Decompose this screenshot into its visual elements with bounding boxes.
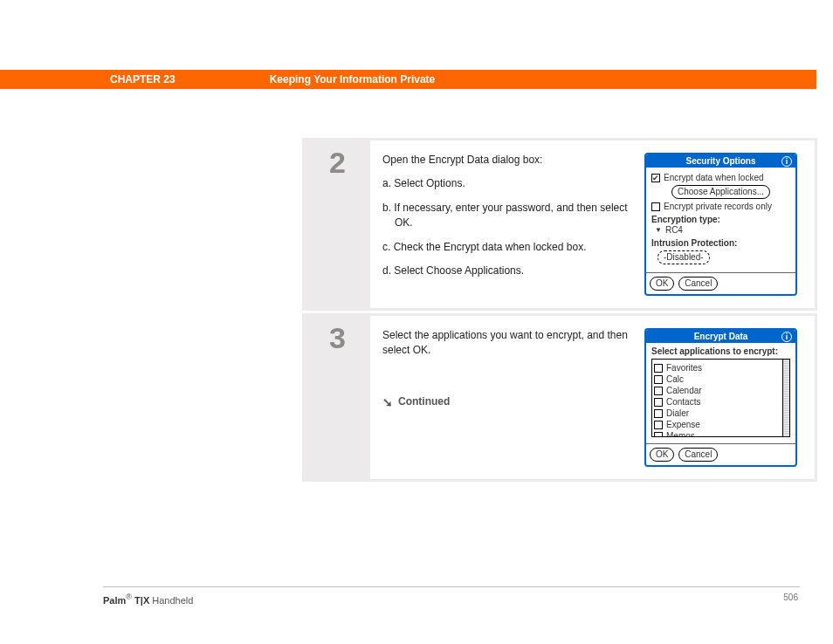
step-text: Select the applications you want to encr…: [382, 328, 632, 467]
chapter-title: Keeping Your Information Private: [270, 73, 436, 86]
step-body: Select the applications you want to encr…: [370, 316, 815, 479]
checkbox-label: Encrypt data when locked: [664, 173, 764, 182]
scrollbar[interactable]: [782, 360, 789, 436]
step-body: Open the Encrypt Data dialog box: a. Sel…: [370, 140, 815, 308]
dialog-titlebar: Encrypt Data i: [646, 330, 795, 343]
dialog-titlebar: Security Options i: [646, 154, 795, 168]
intrusion-protection-label: Intrusion Protection:: [651, 238, 790, 248]
palm-dialog-security-options: Security Options i ✔ Encrypt data when l…: [644, 153, 797, 296]
app-checkbox[interactable]: [654, 387, 663, 395]
app-checkbox[interactable]: [654, 398, 663, 407]
substep: b. If necessary, enter your password, an…: [382, 201, 632, 231]
app-checkbox[interactable]: [654, 375, 663, 384]
encrypt-data-dialog-image: Encrypt Data i Select applications to en…: [644, 328, 797, 467]
encryption-type-dropdown[interactable]: ▼ RC4: [655, 225, 683, 235]
choose-applications-button[interactable]: Choose Applications...: [671, 185, 770, 199]
footer-rule: [103, 586, 800, 587]
app-name: Favorites: [666, 363, 702, 373]
encryption-type-label: Encryption type:: [651, 215, 790, 224]
app-checkbox[interactable]: [654, 364, 663, 373]
app-name: Contacts: [666, 397, 700, 407]
intrusion-value[interactable]: -Disabled-: [657, 250, 710, 264]
app-name: Memos: [666, 431, 695, 437]
steps-container: 2 Open the Encrypt Data dialog box: a. S…: [302, 138, 817, 484]
app-name: Calendar: [666, 386, 702, 395]
ok-button[interactable]: OK: [650, 448, 674, 462]
info-icon[interactable]: i: [781, 156, 792, 167]
continued-arrow-icon: ➘: [382, 394, 393, 411]
continued-label: Continued: [398, 394, 450, 409]
chapter-label: CHAPTER 23: [110, 73, 176, 86]
step-2: 2 Open the Encrypt Data dialog box: a. S…: [302, 138, 817, 311]
checkbox-label: Encrypt private records only: [664, 202, 772, 211]
ok-button[interactable]: OK: [650, 277, 674, 291]
substep: d. Select Choose Applications.: [382, 264, 632, 278]
substep: c. Check the Encrypt data when locked bo…: [382, 240, 632, 255]
app-checkbox[interactable]: [654, 432, 663, 438]
encryption-type-value: RC4: [665, 225, 683, 235]
step-number: 3: [305, 316, 370, 479]
substep: a. Select Options.: [382, 176, 632, 191]
step-text: Open the Encrypt Data dialog box: a. Sel…: [382, 153, 632, 296]
palm-dialog-encrypt-data: Encrypt Data i Select applications to en…: [644, 328, 797, 467]
cancel-button[interactable]: Cancel: [678, 277, 718, 291]
info-icon[interactable]: i: [781, 332, 792, 342]
cancel-button[interactable]: Cancel: [678, 448, 718, 462]
checkbox-encrypt-locked[interactable]: ✔: [651, 174, 660, 182]
app-checkbox[interactable]: [654, 409, 663, 418]
page-number: 506: [783, 593, 798, 602]
continued-indicator: ➘ Continued: [382, 394, 632, 411]
app-name: Expense: [666, 420, 700, 429]
chapter-header-bar: CHAPTER 23 Keeping Your Information Priv…: [0, 70, 816, 89]
checkbox-private-only[interactable]: [651, 202, 660, 211]
app-name: Calc: [666, 374, 684, 384]
dialog-title: Security Options: [685, 156, 755, 166]
step-intro: Open the Encrypt Data dialog box:: [382, 153, 632, 168]
application-list[interactable]: Favorites Calc Calendar Contacts Dialer …: [651, 359, 790, 437]
app-name: Dialer: [666, 408, 689, 418]
app-checkbox[interactable]: [654, 421, 663, 429]
select-apps-label: Select applications to encrypt:: [651, 346, 790, 356]
step-number: 2: [305, 140, 370, 308]
step-intro: Select the applications you want to encr…: [382, 328, 632, 359]
dialog-title: Encrypt Data: [694, 332, 748, 341]
security-options-dialog-image: Security Options i ✔ Encrypt data when l…: [644, 153, 797, 296]
step-3: 3 Select the applications you want to en…: [302, 313, 817, 482]
footer-product: Palm® T|X Handheld: [103, 593, 193, 606]
chevron-down-icon: ▼: [655, 226, 662, 234]
